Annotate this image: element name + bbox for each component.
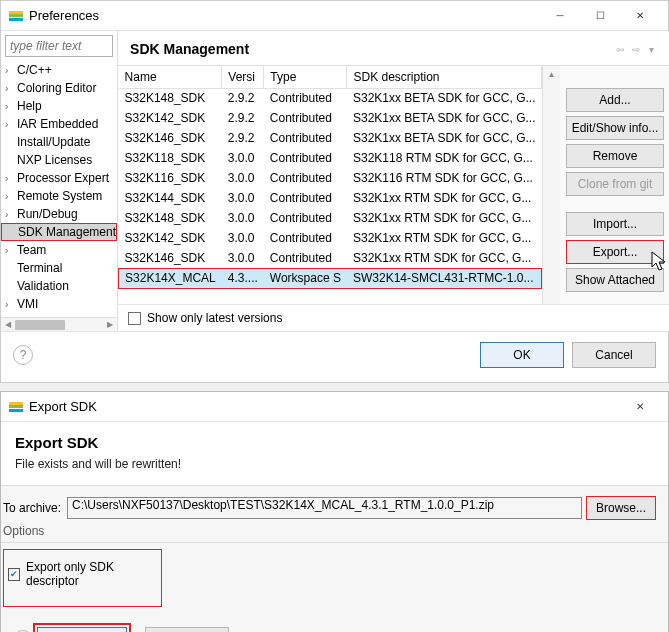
scroll-right-icon[interactable]: ▶ — [103, 318, 117, 332]
sidebar-item-remote-system[interactable]: ›Remote System — [1, 187, 117, 205]
sidebar-item-team[interactable]: ›Team — [1, 241, 117, 259]
table-row[interactable]: S32K118_SDK3.0.0ContributedS32K118 RTM S… — [119, 148, 542, 168]
sidebar-item-processor-expert[interactable]: ›Processor Expert — [1, 169, 117, 187]
import-button[interactable]: Import... — [566, 212, 664, 236]
table-cell: S32K142_SDK — [119, 108, 222, 128]
sdk-table[interactable]: NameVersiTypeSDK description S32K148_SDK… — [118, 66, 542, 289]
expand-arrow-icon[interactable]: › — [5, 191, 17, 202]
column-header[interactable]: SDK description — [347, 66, 542, 88]
sidebar-item-run-debug[interactable]: ›Run/Debug — [1, 205, 117, 223]
table-row[interactable]: S32K144_SDK3.0.0ContributedS32K1xx RTM S… — [119, 188, 542, 208]
add-button[interactable]: Add... — [566, 88, 664, 112]
sidebar-item-label: Validation — [17, 279, 69, 293]
sidebar-item-nxp-licenses[interactable]: NXP Licenses — [1, 151, 117, 169]
nav-arrows: ⇦⇨▾ — [614, 44, 658, 55]
export-titlebar: Export SDK ✕ — [1, 392, 668, 422]
export-ok-button[interactable]: OK — [37, 627, 127, 632]
table-cell: Contributed — [264, 168, 347, 188]
expand-arrow-icon[interactable]: › — [5, 173, 17, 184]
show-attached-button[interactable]: Show Attached — [566, 268, 664, 292]
table-cell: S32K116_SDK — [119, 168, 222, 188]
options-label: Options — [1, 524, 668, 543]
close-icon[interactable]: ✕ — [620, 393, 660, 421]
table-cell: 3.0.0 — [222, 208, 264, 228]
show-only-latest-row: Show only latest versions — [118, 304, 669, 331]
maximize-icon[interactable]: ☐ — [580, 2, 620, 30]
close-icon[interactable]: ✕ — [620, 2, 660, 30]
column-header[interactable]: Versi — [222, 66, 264, 88]
preferences-bottom-bar: ? OK Cancel — [1, 331, 668, 382]
column-header[interactable]: Type — [264, 66, 347, 88]
sidebar-item-label: Coloring Editor — [17, 81, 96, 95]
table-cell: Contributed — [264, 228, 347, 248]
nxp-logo-icon — [9, 11, 23, 21]
table-row[interactable]: S32K148_SDK2.9.2ContributedS32K1xx BETA … — [119, 88, 542, 108]
expand-arrow-icon[interactable]: › — [5, 65, 17, 76]
sidebar-item-coloring-editor[interactable]: ›Coloring Editor — [1, 79, 117, 97]
export-only-descriptor-checkbox[interactable]: ✔ — [8, 568, 20, 581]
sidebar-item-label: C/C++ — [17, 63, 52, 77]
column-header[interactable]: Name — [119, 66, 222, 88]
export-button-label: Export... — [593, 245, 638, 259]
table-row[interactable]: S32K148_SDK3.0.0ContributedS32K1xx RTM S… — [119, 208, 542, 228]
nxp-logo-icon — [9, 402, 23, 412]
sidebar-item-label: Processor Expert — [17, 171, 109, 185]
ok-highlight: OK — [33, 623, 131, 632]
nav-menu-icon[interactable]: ▾ — [646, 44, 658, 55]
export-bottom-bar: ? OK Cancel https://blog.csdn 到51CTO博客 — [1, 613, 668, 632]
expand-arrow-icon[interactable]: › — [5, 119, 17, 130]
table-cell: S32K146_SDK — [119, 248, 222, 268]
sidebar-item-validation[interactable]: Validation — [1, 277, 117, 295]
edit-show-info-button[interactable]: Edit/Show info... — [566, 116, 664, 140]
clone-from-git-button[interactable]: Clone from git — [566, 172, 664, 196]
table-cell: 3.0.0 — [222, 228, 264, 248]
table-cell: Contributed — [264, 248, 347, 268]
table-cell: S32K118_SDK — [119, 148, 222, 168]
export-button[interactable]: Export... — [566, 240, 664, 264]
scroll-left-icon[interactable]: ◀ — [1, 318, 15, 332]
table-row[interactable]: S32K142_SDK2.9.2ContributedS32K1xx BETA … — [119, 108, 542, 128]
table-row[interactable]: S32K116_SDK3.0.0ContributedS32K116 RTM S… — [119, 168, 542, 188]
export-cancel-button[interactable]: Cancel — [145, 627, 229, 632]
expand-arrow-icon[interactable]: › — [5, 209, 17, 220]
export-title: Export SDK — [29, 399, 620, 414]
preferences-sidebar: ›C/C++›Coloring Editor›Help›IAR Embedded… — [1, 31, 118, 331]
help-icon[interactable]: ? — [13, 345, 33, 365]
archive-path-input[interactable]: C:\Users\NXF50137\Desktop\TEST\S32K14X_M… — [67, 497, 582, 519]
sidebar-item-label: NXP Licenses — [17, 153, 92, 167]
sidebar-item-label: Remote System — [17, 189, 102, 203]
table-cell: S32K14X_MCAL — [119, 268, 222, 288]
sidebar-item-terminal[interactable]: Terminal — [1, 259, 117, 277]
table-row[interactable]: S32K146_SDK2.9.2ContributedS32K1xx BETA … — [119, 128, 542, 148]
cancel-button[interactable]: Cancel — [572, 342, 656, 368]
browse-button[interactable]: Browse... — [586, 496, 656, 520]
sidebar-item-label: IAR Embedded — [17, 117, 98, 131]
sidebar-item-install-update[interactable]: Install/Update — [1, 133, 117, 151]
export-head-title: Export SDK — [15, 434, 654, 451]
expand-arrow-icon[interactable]: › — [5, 299, 17, 310]
table-cell: S32K118 RTM SDK for GCC, G... — [347, 148, 542, 168]
filter-input[interactable] — [5, 35, 113, 57]
nav-fwd-icon[interactable]: ⇨ — [630, 44, 642, 55]
minimize-icon[interactable]: ─ — [540, 2, 580, 30]
sidebar-item-vmi[interactable]: ›VMI — [1, 295, 117, 313]
sidebar-item-iar-embedded[interactable]: ›IAR Embedded — [1, 115, 117, 133]
sidebar-item-help[interactable]: ›Help — [1, 97, 117, 115]
table-row[interactable]: S32K14X_MCAL4.3....Workspace SSW32K14-SM… — [119, 268, 542, 288]
expand-arrow-icon[interactable]: › — [5, 245, 17, 256]
preferences-tree[interactable]: ›C/C++›Coloring Editor›Help›IAR Embedded… — [1, 59, 117, 317]
sidebar-item-label: Install/Update — [17, 135, 90, 149]
ok-button[interactable]: OK — [480, 342, 564, 368]
expand-arrow-icon[interactable]: › — [5, 101, 17, 112]
show-only-latest-checkbox[interactable] — [128, 312, 141, 325]
sidebar-item-c-c-[interactable]: ›C/C++ — [1, 61, 117, 79]
table-scrollbar[interactable]: ▲ — [542, 66, 560, 304]
table-row[interactable]: S32K142_SDK3.0.0ContributedS32K1xx RTM S… — [119, 228, 542, 248]
nav-back-icon[interactable]: ⇦ — [614, 44, 626, 55]
scroll-thumb[interactable] — [15, 320, 65, 330]
sidebar-item-sdk-management[interactable]: SDK Management — [1, 223, 117, 241]
expand-arrow-icon[interactable]: › — [5, 83, 17, 94]
remove-button[interactable]: Remove — [566, 144, 664, 168]
table-row[interactable]: S32K146_SDK3.0.0ContributedS32K1xx RTM S… — [119, 248, 542, 268]
sidebar-scrollbar[interactable]: ◀ ▶ — [1, 317, 117, 331]
